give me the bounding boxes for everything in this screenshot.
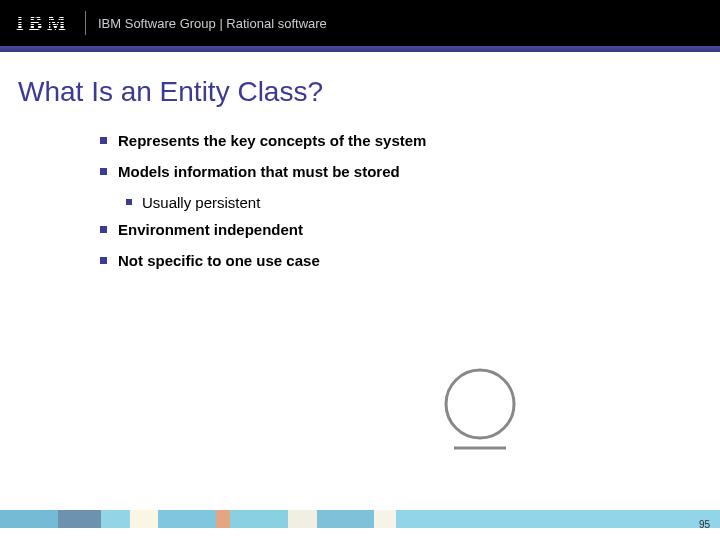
header-underline: [0, 46, 720, 52]
header-divider: [85, 11, 86, 35]
header-subtitle: IBM Software Group | Rational software: [98, 16, 327, 31]
entity-class-icon: [440, 366, 520, 462]
bullet-item: Not specific to one use case: [100, 252, 680, 269]
ibm-logo-text: IBM: [16, 12, 71, 35]
bullet-item: Environment independent: [100, 221, 680, 238]
header-bar: IBM IBM Software Group | Rational softwa…: [0, 0, 720, 46]
footer-area: 95: [0, 510, 720, 540]
ibm-logo: IBM: [16, 12, 71, 35]
slide-number: 95: [699, 519, 710, 530]
slide-title: What Is an Entity Class?: [18, 76, 323, 108]
bullet-sub-item: Usually persistent: [126, 194, 680, 211]
bullet-item: Represents the key concepts of the syste…: [100, 132, 680, 149]
content-area: Represents the key concepts of the syste…: [100, 132, 680, 283]
footer-decorative-bar: [0, 510, 720, 528]
svg-point-0: [446, 370, 514, 438]
bullet-item: Models information that must be stored: [100, 163, 680, 180]
